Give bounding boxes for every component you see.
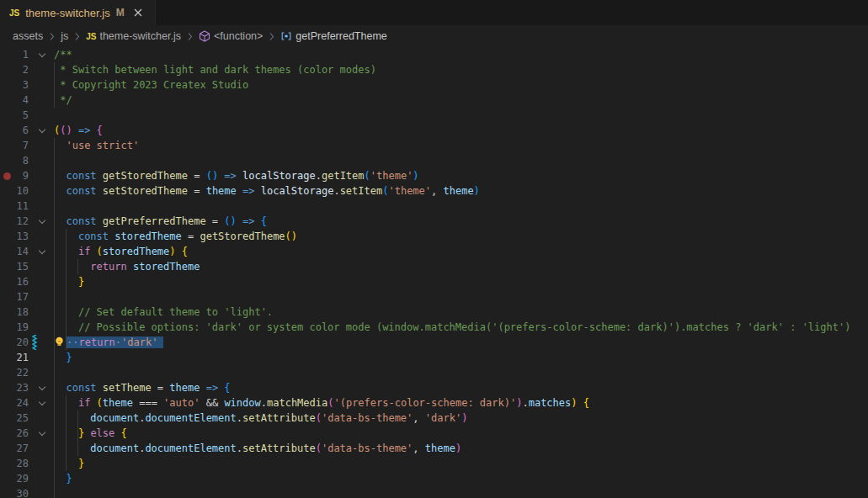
line-number[interactable]: 28 (0, 456, 29, 471)
line-number[interactable]: 17 (0, 289, 29, 305)
code-line[interactable]: 14 if (storedTheme) { (0, 244, 868, 259)
code-line-text: (() => { (54, 123, 103, 138)
code-line[interactable]: 20··return·'dark' (0, 335, 868, 350)
line-number[interactable]: 20 (0, 335, 29, 350)
code-line[interactable]: 9 const getStoredTheme = () => localStor… (0, 168, 868, 183)
breadcrumb-item-function[interactable]: <function> (199, 30, 263, 42)
breadcrumb-item-file[interactable]: JS theme-switcher.js (86, 30, 181, 42)
code-line[interactable]: 22 (0, 365, 868, 380)
line-number[interactable]: 7 (0, 138, 29, 153)
gutter-cell: 2 (0, 62, 54, 77)
tab-bar: JS theme-switcher.js M (0, 0, 868, 25)
line-number[interactable]: 10 (0, 183, 29, 199)
fold-chevron-icon[interactable] (39, 430, 46, 436)
gutter-cell: 12 (0, 214, 54, 229)
code-line[interactable]: 7 'use strict' (0, 138, 868, 153)
chevron-right-icon (73, 32, 81, 41)
line-number[interactable]: 8 (0, 153, 29, 168)
gutter-cell: 24 (0, 395, 54, 411)
fold-chevron-icon[interactable] (39, 400, 46, 405)
code-line-text: if (storedTheme) { (54, 244, 188, 259)
code-line-text: document.documentElement.setAttribute('d… (54, 411, 467, 426)
code-line[interactable]: 13 const storedTheme = getStoredTheme() (0, 229, 868, 244)
line-number[interactable]: 14 (0, 244, 29, 259)
line-number[interactable]: 13 (0, 229, 29, 244)
selection-highlight: ··return·'dark' (67, 336, 163, 348)
code-line[interactable]: 28 } (0, 456, 868, 471)
fold-chevron-icon[interactable] (39, 218, 46, 224)
fold-chevron-icon[interactable] (39, 127, 46, 133)
code-line[interactable]: 1/** (0, 47, 868, 62)
code-line[interactable]: 11 (0, 199, 868, 214)
code-line-text: } (54, 471, 72, 486)
line-number[interactable]: 25 (0, 411, 29, 426)
line-number[interactable]: 24 (0, 395, 29, 411)
code-line-text: } (54, 456, 84, 471)
line-number[interactable]: 4 (0, 93, 29, 108)
line-number[interactable]: 6 (0, 123, 29, 138)
code-line[interactable]: 12 const getPreferredTheme = () => { (0, 214, 868, 229)
breadcrumb-label: js (61, 30, 68, 42)
line-number[interactable]: 18 (0, 305, 29, 320)
code-line[interactable]: 30 (0, 486, 868, 498)
line-number[interactable]: 2 (0, 62, 29, 77)
fold-chevron-icon[interactable] (39, 384, 46, 390)
gutter-cell: 30 (0, 486, 54, 498)
code-line[interactable]: 23 const setTheme = theme => { (0, 380, 868, 395)
code-line[interactable]: 25 document.documentElement.setAttribute… (0, 411, 868, 426)
code-line-text: if (theme === 'auto' && window.matchMedi… (54, 395, 589, 411)
code-line[interactable]: 17 (0, 289, 868, 305)
code-line-text: * Copyright 2023 Createx Studio (54, 77, 248, 93)
line-number[interactable]: 26 (0, 426, 29, 441)
code-line[interactable]: 29 } (0, 471, 868, 486)
line-number[interactable]: 1 (0, 47, 29, 62)
code-line[interactable]: 21 } (0, 350, 868, 365)
code-line[interactable]: 18 // Set default theme to 'light'. (0, 305, 868, 320)
modified-gutter-icon (32, 335, 38, 350)
code-line[interactable]: 3 * Copyright 2023 Createx Studio (0, 77, 868, 93)
breadcrumb-item-js[interactable]: js (61, 30, 68, 42)
line-number[interactable]: 11 (0, 199, 29, 214)
code-line[interactable]: 15 return storedTheme (0, 259, 868, 274)
line-number[interactable]: 27 (0, 441, 29, 456)
line-number[interactable]: 29 (0, 471, 29, 486)
line-number[interactable]: 15 (0, 259, 29, 274)
tab-theme-switcher[interactable]: JS theme-switcher.js M (0, 0, 156, 25)
code-line[interactable]: 27 document.documentElement.setAttribute… (0, 441, 868, 456)
close-icon[interactable] (130, 5, 146, 20)
code-line[interactable]: 10 const setStoredTheme = theme => local… (0, 183, 868, 199)
line-number[interactable]: 19 (0, 320, 29, 335)
code-line-text: } (54, 350, 72, 365)
code-line-text: * Switch between light and dark themes (… (54, 62, 376, 77)
breadcrumb-item-symbol[interactable]: getPreferredTheme (280, 30, 386, 42)
code-line[interactable]: 8 (0, 153, 868, 168)
code-line[interactable]: 4 */ (0, 93, 868, 108)
fold-chevron-icon[interactable] (39, 51, 46, 57)
code-line-text: document.documentElement.setAttribute('d… (54, 441, 461, 456)
chevron-right-icon (48, 32, 56, 41)
chevron-right-icon (268, 32, 275, 41)
gutter-cell: 18 (0, 305, 54, 320)
code-line[interactable]: 24 if (theme === 'auto' && window.matchM… (0, 395, 868, 411)
line-number[interactable]: 22 (0, 365, 29, 380)
line-number[interactable]: 16 (0, 274, 29, 289)
line-number[interactable]: 9 (0, 168, 29, 183)
code-line[interactable]: 26 } else { (0, 426, 868, 441)
line-number[interactable]: 12 (0, 214, 29, 229)
line-number[interactable]: 30 (0, 486, 29, 498)
line-number[interactable]: 23 (0, 380, 29, 395)
line-number[interactable]: 21 (0, 350, 29, 365)
line-number[interactable]: 3 (0, 77, 29, 93)
code-line[interactable]: 2 * Switch between light and dark themes… (0, 62, 868, 77)
breadcrumb-item-assets[interactable]: assets (13, 30, 43, 42)
code-line-text: // Possible options: 'dark' or system co… (54, 320, 850, 335)
fold-chevron-icon[interactable] (39, 248, 46, 254)
code-line[interactable]: 16 } (0, 274, 868, 289)
lightbulb-icon[interactable] (54, 336, 67, 347)
code-line[interactable]: 6(() => { (0, 123, 868, 138)
line-number[interactable]: 5 (0, 108, 29, 123)
code-line[interactable]: 19 // Possible options: 'dark' or system… (0, 320, 868, 335)
code-line[interactable]: 5 (0, 108, 868, 123)
code-editor[interactable]: 1/**2 * Switch between light and dark th… (0, 47, 868, 498)
code-line-text: */ (54, 93, 72, 108)
